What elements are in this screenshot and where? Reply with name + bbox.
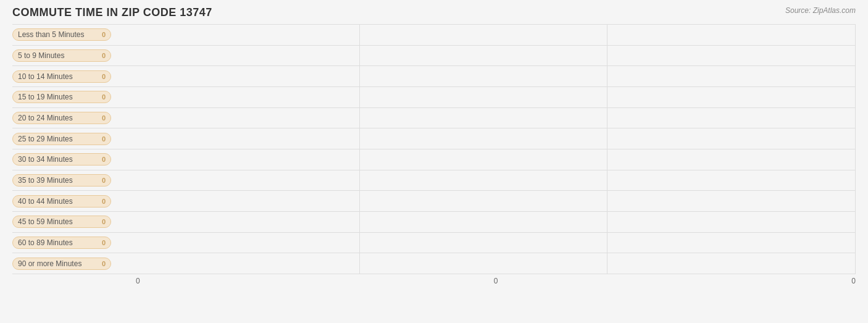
- bar-value: 0: [102, 177, 106, 184]
- bar-row: 25 to 29 Minutes0: [12, 128, 856, 149]
- bar-track: [111, 25, 856, 45]
- label-pill: 20 to 24 Minutes0: [12, 112, 111, 124]
- label-pill: 90 or more Minutes0: [12, 258, 111, 270]
- bar-row: 40 to 44 Minutes0: [12, 191, 856, 212]
- label-pill: 5 to 9 Minutes0: [12, 49, 111, 62]
- label-pill: 25 to 29 Minutes0: [12, 133, 111, 145]
- chart-title: COMMUTE TIME IN ZIP CODE 13747: [12, 6, 856, 19]
- bar-label: 25 to 29 Minutes: [18, 135, 73, 143]
- label-pill: 35 to 39 Minutes0: [12, 174, 111, 187]
- bar-label: 10 to 14 Minutes: [18, 72, 73, 81]
- bar-value: 0: [102, 52, 106, 59]
- bar-value: 0: [102, 31, 106, 38]
- bar-track: [111, 191, 856, 211]
- bar-value: 0: [102, 260, 106, 267]
- bar-track: [111, 108, 856, 128]
- bar-track: [111, 233, 856, 253]
- bar-track: [111, 128, 856, 149]
- chart-container: COMMUTE TIME IN ZIP CODE 13747 Source: Z…: [0, 0, 868, 323]
- bar-row: 15 to 19 Minutes0: [12, 87, 856, 108]
- label-pill: Less than 5 Minutes0: [12, 28, 111, 41]
- bar-value: 0: [102, 93, 106, 101]
- bar-track: [111, 170, 856, 191]
- bar-track: [111, 149, 856, 170]
- label-pill: 30 to 34 Minutes0: [12, 153, 111, 166]
- bar-track: [111, 87, 856, 107]
- bar-row: 45 to 59 Minutes0: [12, 212, 856, 233]
- bar-row: 60 to 89 Minutes0: [12, 233, 856, 254]
- bar-value: 0: [102, 239, 106, 246]
- chart-area: Less than 5 Minutes05 to 9 Minutes010 to…: [12, 24, 856, 285]
- bars-container: Less than 5 Minutes05 to 9 Minutes010 to…: [12, 24, 856, 274]
- bar-label: 40 to 44 Minutes: [18, 197, 73, 206]
- label-pill: 15 to 19 Minutes0: [12, 91, 111, 103]
- bar-row: 5 to 9 Minutes0: [12, 46, 856, 67]
- label-pill: 45 to 59 Minutes0: [12, 216, 111, 228]
- bar-value: 0: [102, 73, 106, 80]
- source-label: Source: ZipAtlas.com: [785, 6, 856, 15]
- x-tick-1: 0: [494, 277, 498, 285]
- bar-label: Less than 5 Minutes: [18, 30, 84, 39]
- bar-value: 0: [102, 198, 106, 205]
- bar-label: 20 to 24 Minutes: [18, 114, 73, 122]
- bar-row: 35 to 39 Minutes0: [12, 170, 856, 191]
- bar-label: 90 or more Minutes: [18, 259, 81, 268]
- bar-value: 0: [102, 114, 106, 122]
- bar-track: [111, 46, 856, 66]
- bar-row: 20 to 24 Minutes0: [12, 108, 856, 129]
- bar-value: 0: [102, 156, 106, 163]
- x-tick-0: 0: [136, 277, 140, 285]
- bar-track: [111, 212, 856, 232]
- bar-label: 15 to 19 Minutes: [18, 93, 73, 101]
- bar-row: 90 or more Minutes0: [12, 253, 856, 274]
- x-axis: 0 0 0: [12, 277, 856, 285]
- bar-label: 45 to 59 Minutes: [18, 217, 73, 226]
- bar-row: Less than 5 Minutes0: [12, 24, 856, 46]
- bar-value: 0: [102, 135, 106, 143]
- bar-value: 0: [102, 218, 106, 225]
- bar-track: [111, 66, 856, 86]
- bar-label: 35 to 39 Minutes: [18, 176, 73, 185]
- label-pill: 10 to 14 Minutes0: [12, 70, 111, 83]
- x-tick-2: 0: [851, 277, 856, 285]
- bar-label: 60 to 89 Minutes: [18, 238, 73, 247]
- bar-row: 30 to 34 Minutes0: [12, 149, 856, 170]
- label-pill: 60 to 89 Minutes0: [12, 237, 111, 249]
- label-pill: 40 to 44 Minutes0: [12, 195, 111, 208]
- bar-track: [111, 253, 856, 274]
- bar-label: 30 to 34 Minutes: [18, 155, 73, 164]
- bar-label: 5 to 9 Minutes: [18, 51, 64, 60]
- bar-row: 10 to 14 Minutes0: [12, 66, 856, 87]
